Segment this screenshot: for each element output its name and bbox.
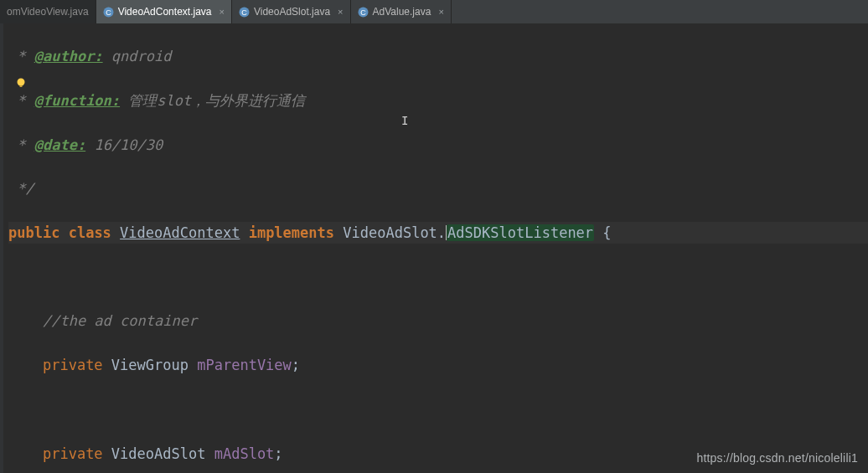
file-label: VideoAdContext.java [118,6,212,18]
tab-videoadslot[interactable]: C VideoAdSlot.java × [232,0,351,23]
svg-text:C: C [106,8,111,16]
class-icon: C [103,7,114,18]
editor-tab-bar: omVideoView.java C VideoAdContext.java ×… [0,0,868,23]
code-line-current: public class VideoAdContext implements V… [8,222,868,244]
file-label: AdValue.java [373,6,431,18]
code-line: * @function: 管理slot，与外界进行通信 [8,90,868,111]
file-label: VideoAdSlot.java [254,6,330,18]
svg-rect-7 [19,85,22,87]
text-cursor-icon: I [401,114,408,127]
code-line: private ViewGroup mParentView; [8,354,868,376]
svg-text:C: C [360,8,366,16]
file-label: omVideoView.java [7,6,89,18]
code-line: */ [8,177,868,199]
intention-bulb-icon[interactable] [15,77,27,89]
class-icon: C [358,7,369,18]
tab-omvideoview[interactable]: omVideoView.java [0,0,96,23]
code-line [8,398,868,420]
code-line: * @date: 16/10/30 [8,134,868,156]
watermark-text: https://blog.csdn.net/nicolelili1 [696,451,858,465]
tab-videoadcontext[interactable]: C VideoAdContext.java × [96,0,232,23]
code-line: //the ad container [8,310,868,332]
code-line: * @author: qndroid [8,45,868,67]
close-icon[interactable]: × [338,7,343,17]
tab-advalue[interactable]: C AdValue.java × [351,0,452,23]
class-icon: C [239,7,250,18]
svg-point-6 [18,79,25,86]
code-editor[interactable]: * @author: qndroid * @function: 管理slot，与… [0,23,868,473]
close-icon[interactable]: × [219,7,224,17]
svg-text:C: C [241,8,247,16]
code-line [8,266,868,288]
close-icon[interactable]: × [438,7,443,17]
